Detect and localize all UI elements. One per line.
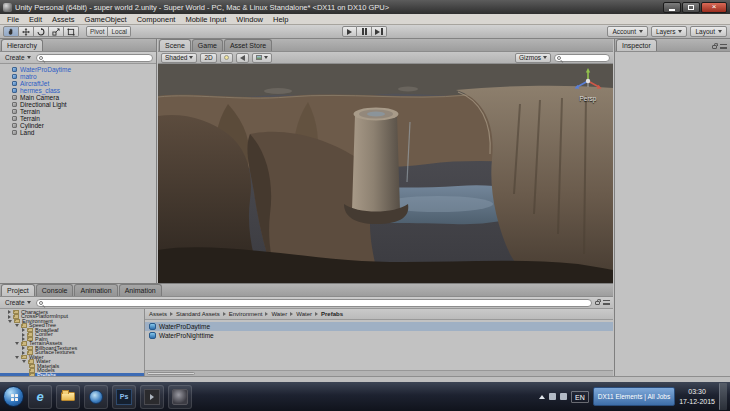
menu-file[interactable]: File bbox=[2, 14, 24, 25]
project-search-input[interactable] bbox=[36, 299, 592, 307]
taskbar-photoshop[interactable]: Ps bbox=[112, 385, 136, 409]
tab-animation-2[interactable]: Animation bbox=[119, 284, 162, 296]
tab-hierarchy[interactable]: Hierarchy bbox=[1, 39, 43, 51]
2d-toggle-button[interactable]: 2D bbox=[200, 53, 216, 63]
effects-dropdown[interactable] bbox=[252, 53, 272, 63]
scene-3d-render[interactable] bbox=[158, 64, 613, 283]
hierarchy-item[interactable]: WaterProDaytime bbox=[0, 66, 156, 73]
scene-search-input[interactable] bbox=[554, 54, 610, 62]
taskbar-file-explorer[interactable] bbox=[56, 385, 80, 409]
start-button[interactable] bbox=[3, 386, 24, 407]
network-icon[interactable] bbox=[549, 393, 556, 400]
foldout-icon[interactable] bbox=[15, 324, 19, 327]
menu-assets[interactable]: Assets bbox=[47, 14, 80, 25]
volume-icon[interactable] bbox=[560, 393, 567, 400]
pause-button[interactable] bbox=[357, 26, 372, 37]
search-icon bbox=[39, 301, 43, 305]
foldout-icon[interactable] bbox=[8, 310, 11, 314]
tab-project[interactable]: Project bbox=[1, 284, 35, 296]
lock-icon[interactable] bbox=[712, 45, 717, 49]
pivot-toggle-button[interactable]: Pivot bbox=[86, 26, 108, 37]
taskbar-window-button[interactable]: DX11 Elements | All Jobs bbox=[593, 387, 675, 406]
foldout-icon[interactable] bbox=[22, 360, 26, 363]
tab-inspector[interactable]: Inspector bbox=[616, 39, 657, 51]
gizmos-dropdown[interactable]: Gizmos bbox=[515, 53, 551, 63]
step-button[interactable] bbox=[372, 26, 387, 37]
breadcrumb-item[interactable]: Water bbox=[271, 311, 287, 317]
hierarchy-item[interactable]: Terrain bbox=[0, 115, 156, 122]
scale-tool-button[interactable] bbox=[49, 26, 64, 37]
hierarchy-create-button[interactable]: Create bbox=[3, 53, 33, 63]
tab-console[interactable]: Console bbox=[36, 284, 74, 296]
breadcrumb-item[interactable]: Environment bbox=[229, 311, 263, 317]
scene-orientation-gizmo[interactable]: Persp bbox=[569, 67, 607, 102]
water-prefab-icon bbox=[149, 332, 156, 339]
taskbar-clock[interactable]: 03:30 17-12-2015 bbox=[679, 387, 715, 406]
persp-label[interactable]: Persp bbox=[569, 95, 607, 102]
local-toggle-button[interactable]: Local bbox=[108, 26, 131, 37]
taskbar-app-dark[interactable] bbox=[140, 385, 164, 409]
panel-menu-icon[interactable] bbox=[603, 300, 610, 305]
foldout-icon[interactable] bbox=[8, 315, 11, 319]
tab-asset-store[interactable]: Asset Store bbox=[224, 39, 272, 51]
scrollbar-thumb[interactable] bbox=[147, 372, 195, 375]
move-tool-button[interactable] bbox=[19, 26, 34, 37]
taskbar-media-app[interactable] bbox=[84, 385, 108, 409]
menu-help[interactable]: Help bbox=[268, 14, 293, 25]
play-button[interactable] bbox=[342, 26, 357, 37]
lighting-toggle-button[interactable] bbox=[220, 53, 233, 63]
hand-tool-button[interactable] bbox=[3, 26, 19, 37]
menu-component[interactable]: Component bbox=[132, 14, 181, 25]
account-dropdown[interactable]: Account bbox=[607, 26, 648, 37]
tab-animation[interactable]: Animation bbox=[74, 284, 117, 296]
lock-icon[interactable] bbox=[595, 301, 600, 305]
menu-window[interactable]: Window bbox=[231, 14, 268, 25]
hierarchy-item[interactable]: hermes_class bbox=[0, 87, 156, 94]
draw-mode-dropdown[interactable]: Shaded bbox=[161, 53, 197, 63]
layers-dropdown[interactable]: Layers bbox=[651, 26, 688, 37]
audio-toggle-button[interactable] bbox=[236, 53, 249, 63]
foldout-icon[interactable] bbox=[22, 328, 25, 332]
breadcrumb-item-current[interactable]: Prefabs bbox=[321, 311, 343, 317]
hierarchy-item[interactable]: AircraftJet bbox=[0, 80, 156, 87]
breadcrumb-item[interactable]: Assets bbox=[149, 311, 167, 317]
asset-row-selected[interactable]: WaterProDaytime bbox=[145, 322, 613, 331]
tray-expand-icon[interactable] bbox=[539, 395, 545, 399]
tab-scene[interactable]: Scene bbox=[159, 39, 191, 51]
taskbar-internet-explorer[interactable]: e bbox=[28, 385, 52, 409]
rotate-tool-button[interactable] bbox=[34, 26, 49, 37]
rect-tool-button[interactable] bbox=[64, 26, 79, 37]
foldout-icon[interactable] bbox=[8, 320, 12, 323]
minimize-button[interactable] bbox=[663, 2, 681, 13]
breadcrumb-item[interactable]: Standard Assets bbox=[176, 311, 220, 317]
hierarchy-item-label: Terrain bbox=[20, 108, 40, 115]
foldout-icon[interactable] bbox=[22, 346, 25, 350]
hierarchy-item[interactable]: Directional Light bbox=[0, 101, 156, 108]
foldout-icon[interactable] bbox=[22, 333, 25, 337]
hierarchy-item[interactable]: Terrain bbox=[0, 108, 156, 115]
hierarchy-item[interactable]: matro bbox=[0, 73, 156, 80]
project-create-button[interactable]: Create bbox=[3, 298, 33, 308]
asset-row[interactable]: WaterProNighttime bbox=[145, 331, 613, 340]
hierarchy-item[interactable]: Land bbox=[0, 129, 156, 136]
scene-canvas[interactable]: Persp bbox=[158, 64, 613, 283]
language-badge[interactable]: EN bbox=[571, 391, 589, 403]
layout-dropdown[interactable]: Layout bbox=[690, 26, 727, 37]
menu-mobile-input[interactable]: Mobile Input bbox=[180, 14, 231, 25]
hierarchy-search-input[interactable] bbox=[36, 54, 153, 62]
tab-game[interactable]: Game bbox=[192, 39, 223, 51]
panel-menu-icon[interactable] bbox=[720, 44, 727, 49]
hierarchy-item[interactable]: Cylinder bbox=[0, 122, 156, 129]
foldout-icon[interactable] bbox=[15, 342, 19, 345]
hierarchy-item-label: matro bbox=[20, 73, 37, 80]
menu-gameobject[interactable]: GameObject bbox=[80, 14, 132, 25]
maximize-button[interactable] bbox=[682, 2, 700, 13]
close-button[interactable]: × bbox=[701, 2, 727, 13]
hierarchy-item[interactable]: Main Camera bbox=[0, 94, 156, 101]
foldout-icon[interactable] bbox=[15, 356, 19, 359]
show-desktop-button[interactable] bbox=[719, 383, 727, 410]
menu-edit[interactable]: Edit bbox=[24, 14, 47, 25]
main-toolbar: Pivot Local Account Layers Layout bbox=[0, 25, 730, 39]
breadcrumb-item[interactable]: Water bbox=[296, 311, 312, 317]
taskbar-unity[interactable] bbox=[168, 385, 192, 409]
